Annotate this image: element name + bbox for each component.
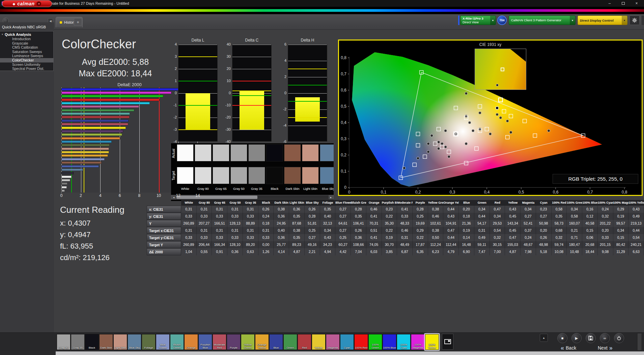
pattern-patch-dark-skin[interactable]: Dark Skin: [99, 334, 113, 350]
pattern-patch-gray-50[interactable]: Gray 50: [57, 334, 71, 350]
add-tab-button[interactable]: +: [74, 18, 82, 26]
pattern-patch-blue[interactable]: Blue: [269, 334, 283, 350]
cell: 0,46: [428, 213, 444, 220]
sidebar-item-spectral-power-dist[interactable]: Spectral Power Dist.: [0, 67, 53, 71]
sidebar-item-introduction[interactable]: Introduction: [0, 37, 53, 41]
de-bar-blue-flower: [61, 158, 105, 160]
de-bar-100-red: [61, 99, 160, 101]
de-bar-blue: [61, 120, 129, 122]
y-axis-label: 10: [223, 79, 231, 83]
pattern-patch-100-blue[interactable]: 100% Blue: [383, 334, 396, 350]
resize-ridge[interactable]: [637, 333, 642, 351]
pattern-patch-yellow[interactable]: Yellow: [312, 334, 326, 350]
next-button[interactable]: Next »: [598, 344, 613, 352]
cell: 30,70: [382, 241, 397, 248]
pattern-patch-foliage[interactable]: Foliage: [142, 334, 156, 350]
power-button[interactable]: [614, 333, 624, 343]
pattern-name: CalMAN Client 3 Pattern Generator: [511, 19, 570, 22]
cell: 0,34: [521, 206, 536, 213]
pattern-patch-gray-35[interactable]: Gray 35: [71, 334, 85, 350]
bottom-strip[interactable]: [56, 351, 644, 355]
scroll-thumb[interactable]: [176, 196, 257, 199]
cell: 1,26: [258, 248, 274, 255]
save-button[interactable]: [586, 333, 596, 343]
pattern-generator-box[interactable]: CalMAN Client 3 Pattern Generator ▼: [509, 16, 576, 25]
svg-text:0,5: 0,5: [341, 104, 346, 109]
tree-root-quick-analysis[interactable]: ▼ Quick Analysis: [0, 32, 53, 37]
sidebar-item-grayscale[interactable]: Grayscale: [0, 41, 53, 46]
close-button[interactable]: ×: [630, 0, 643, 7]
cell: 0,45: [505, 227, 521, 234]
y-axis-label: 3: [169, 54, 177, 58]
cell: 59,74: [552, 241, 567, 248]
cell: 0,33: [243, 234, 258, 241]
stop-button[interactable]: ■: [557, 333, 567, 343]
pattern-patch-blue-sky[interactable]: Blue Sky: [128, 334, 141, 350]
cell: 0,33: [197, 213, 212, 220]
pattern-patch-orange[interactable]: Orange: [184, 334, 198, 350]
back-button[interactable]: « Back: [561, 344, 576, 352]
cell: 6,03: [366, 248, 382, 255]
calman-logo-button[interactable]: ◆ calman ▼: [2, 0, 52, 7]
pattern-patch-yellow-green[interactable]: Yellow Green: [241, 334, 255, 350]
pattern-patch-blue-flower[interactable]: Blue Flower: [156, 334, 170, 350]
pattern-patch-100-green[interactable]: 100% Green: [368, 334, 382, 350]
y-axis-label: 6: [279, 42, 286, 46]
pattern-patch-black[interactable]: Black: [85, 334, 99, 350]
expand-up-button[interactable]: ▲: [540, 334, 548, 342]
cell: 0,27: [536, 213, 552, 220]
svg-text:0,8: 0,8: [622, 190, 627, 195]
cell: 0,00: [258, 241, 274, 248]
play-button[interactable]: ▶: [571, 333, 582, 343]
settings-gear-button[interactable]: [629, 16, 640, 25]
pattern-patch-magenta[interactable]: Magenta: [326, 334, 340, 350]
pattern-patch-bluish-green[interactable]: Bluish Green: [170, 334, 184, 350]
pattern-patch-100-yellow[interactable]: 100% Yellow: [425, 334, 439, 350]
minimize-button[interactable]: –: [603, 0, 616, 7]
pattern-patch-moderate-red[interactable]: Moderate Red: [213, 334, 226, 350]
pattern-patch-red[interactable]: Red: [298, 334, 311, 350]
pattern-window-button[interactable]: [442, 334, 453, 350]
scroll-right-button[interactable]: ►: [329, 195, 333, 199]
pattern-patch-light-skin[interactable]: Light Skin: [113, 334, 127, 350]
display-control-box[interactable]: Direct Display Control ▼: [578, 16, 627, 25]
pattern-patch-orange-yellow[interactable]: Orange Yellow: [255, 334, 269, 350]
sidebar-item-luminance-sweeps[interactable]: Luminance Sweeps: [0, 54, 53, 58]
inset-target-marker: [501, 68, 504, 71]
pattern-patch-purplish-blue[interactable]: Purplish Blue: [198, 334, 212, 350]
cell: 3,85: [382, 248, 397, 255]
continuous-measure-button[interactable]: ∞: [600, 333, 610, 343]
x-axis-label: 12: [176, 193, 180, 198]
meter-dropdown-caret-icon[interactable]: ▼: [490, 16, 496, 25]
pattern-patch-green[interactable]: Green: [283, 334, 297, 350]
de-bar-foliage: [61, 144, 110, 146]
pattern-patch-100-magenta[interactable]: 100% Magenta: [411, 334, 425, 350]
cell: 54,17: [474, 220, 490, 227]
cell: 10,08: [552, 248, 567, 255]
pattern-dropdown-caret-icon[interactable]: ▼: [570, 16, 575, 25]
maximize-button[interactable]: [616, 0, 630, 7]
inset-measured-marker: [496, 84, 499, 86]
tree-expand-icon[interactable]: ▼: [1, 33, 3, 35]
meter-badge: 704: [497, 16, 507, 25]
actual-swatch-gray-80: [195, 144, 212, 161]
cell: 18,44: [582, 248, 598, 255]
display-dropdown-caret-icon[interactable]: ▼: [622, 16, 627, 25]
scroll-left-button[interactable]: ◄: [171, 195, 176, 199]
cell: 0,43: [505, 206, 521, 213]
cie-zoom-inset: [475, 49, 526, 90]
sidebar-item-colorchecker[interactable]: ColorChecker: [0, 58, 53, 62]
column-header-purple: Purple: [413, 200, 428, 206]
sidebar-item-screen-uniformity[interactable]: Screen Uniformity: [0, 62, 53, 67]
cell: 0,34: [613, 227, 629, 234]
logo-menu-caret-icon[interactable]: ▼: [36, 1, 41, 6]
swatch-label: Black: [266, 187, 283, 191]
sidebar-item-saturation-sweeps[interactable]: Saturation Sweeps: [0, 50, 53, 54]
pattern-patch-cyan[interactable]: Cyan: [340, 334, 354, 350]
sidebar-item-cms-calibration[interactable]: CMS Calibration: [0, 45, 53, 50]
pattern-patch-purple[interactable]: Purple: [227, 334, 241, 350]
pattern-patch-100-red[interactable]: 100% Red: [354, 334, 368, 350]
cell: 0,19: [382, 234, 397, 241]
meter-device-box[interactable]: X-Rite i1Pro 3 Direct View ▼: [460, 16, 496, 25]
pattern-patch-100-cyan[interactable]: 100% Cyan: [397, 334, 411, 350]
